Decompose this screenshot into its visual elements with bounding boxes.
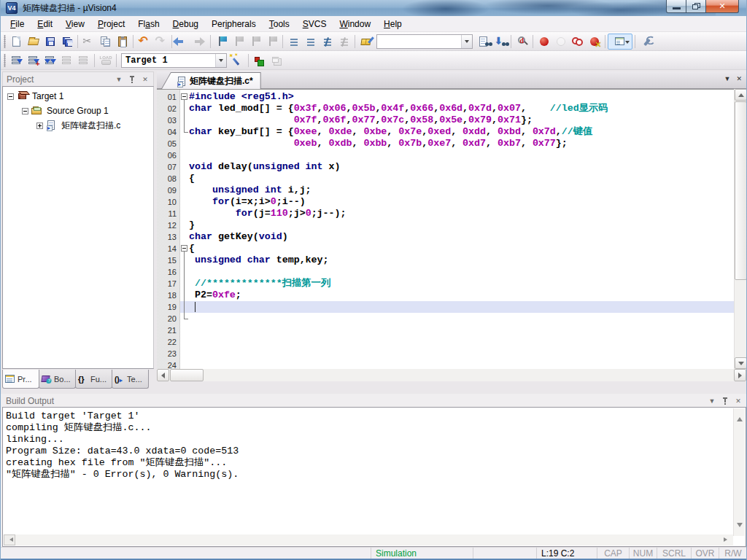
- configure-target-icon[interactable]: [638, 34, 654, 50]
- menu-project[interactable]: Project: [91, 16, 131, 31]
- pin-icon[interactable]: [720, 396, 730, 406]
- enable-breakpoint-icon[interactable]: [552, 34, 569, 50]
- chevron-down-icon[interactable]: [461, 35, 472, 48]
- clear-bookmarks-icon[interactable]: [263, 34, 280, 50]
- redo-icon[interactable]: ↷: [152, 34, 169, 50]
- batch-build-icon[interactable]: [58, 52, 75, 69]
- close-button[interactable]: ✕: [706, 0, 739, 13]
- menu-peripherals[interactable]: Peripherals: [205, 16, 263, 31]
- comment-icon[interactable]: [319, 34, 336, 50]
- project-windows-icon[interactable]: [268, 52, 285, 69]
- close-icon[interactable]: ✕: [733, 396, 743, 406]
- expand-icon[interactable]: [36, 122, 43, 129]
- close-icon[interactable]: ✕: [140, 74, 150, 85]
- code-line: [189, 301, 746, 313]
- menu-window[interactable]: Window: [333, 16, 377, 31]
- toggle-breakpoint-icon[interactable]: [535, 34, 552, 50]
- tab-list-chevron-icon[interactable]: ▼: [724, 75, 731, 82]
- horizontal-scroll-thumb[interactable]: [170, 369, 204, 381]
- paste-icon[interactable]: [114, 34, 131, 50]
- tree-item-target1[interactable]: Target 1: [3, 89, 153, 104]
- stop-build-icon[interactable]: [75, 52, 92, 69]
- save-all-icon[interactable]: [58, 34, 75, 50]
- insert-bookmark-icon[interactable]: [213, 34, 230, 50]
- close-tab-icon[interactable]: ✕: [736, 75, 742, 82]
- tab-templates[interactable]: ()▸Te...: [112, 370, 149, 389]
- prev-bookmark-icon[interactable]: [230, 34, 247, 50]
- search-combo[interactable]: [376, 34, 473, 49]
- title-bar[interactable]: V4 矩阵键盘扫描 - µVision4 ✕: [1, 0, 747, 16]
- tree-item-label: Source Group 1: [45, 106, 110, 116]
- line-number: 17: [157, 278, 179, 289]
- unindent-icon[interactable]: [285, 34, 302, 50]
- tab-label: Fu...: [90, 375, 107, 384]
- menu-view[interactable]: View: [59, 16, 91, 31]
- download-flash-icon[interactable]: LOAD: [97, 52, 114, 69]
- pin-icon[interactable]: [127, 74, 137, 85]
- new-file-icon[interactable]: [8, 34, 25, 50]
- app-icon[interactable]: V4: [6, 2, 18, 14]
- scroll-right-icon[interactable]: [724, 537, 729, 542]
- toolbar-build: +LOADTarget 1: [1, 51, 747, 70]
- build-output-horizontal-scrollbar[interactable]: [4, 534, 733, 545]
- scroll-right-icon[interactable]: [734, 369, 746, 381]
- code-line: char getKey(void): [189, 231, 746, 243]
- menu-debug[interactable]: Debug: [166, 16, 205, 31]
- debug-windows-icon[interactable]: [608, 34, 632, 50]
- collapse-icon[interactable]: [7, 93, 14, 100]
- cut-icon[interactable]: ✂: [80, 34, 97, 50]
- scroll-down-icon[interactable]: [737, 523, 743, 530]
- maximize-button[interactable]: [686, 0, 706, 13]
- minimize-button[interactable]: [666, 0, 686, 13]
- toolbar-separator: [210, 35, 211, 48]
- menu-file[interactable]: File: [4, 16, 31, 31]
- tree-item-source-file[interactable]: 矩阵键盘扫描.c: [3, 118, 153, 133]
- translate-file-icon[interactable]: [8, 52, 25, 69]
- undo-icon[interactable]: ↶: [136, 34, 152, 50]
- editor-horizontal-scrollbar[interactable]: [157, 369, 746, 381]
- kill-all-breakpoints-icon[interactable]: ✕: [586, 34, 603, 50]
- rebuild-all-icon[interactable]: [42, 52, 58, 69]
- fold-collapse-icon[interactable]: [181, 93, 187, 100]
- copy-icon[interactable]: [97, 34, 114, 50]
- configure-editor-icon[interactable]: [357, 34, 374, 50]
- menu-tools[interactable]: Tools: [263, 16, 296, 31]
- editor-tab[interactable]: 矩阵键盘扫描.c*: [161, 72, 261, 89]
- collapse-icon[interactable]: [22, 108, 28, 114]
- scroll-left-icon[interactable]: [7, 537, 13, 542]
- chevron-down-icon[interactable]: ▼: [707, 396, 717, 406]
- build-output-content[interactable]: Build target 'Target 1'compiling 矩阵键盘扫描.…: [2, 407, 746, 547]
- chevron-down-icon[interactable]: [215, 54, 226, 67]
- line-number: 16: [157, 266, 179, 278]
- navigate-forward-icon[interactable]: [191, 34, 208, 50]
- navigate-back-icon[interactable]: [174, 34, 191, 50]
- menu-edit[interactable]: Edit: [31, 16, 59, 31]
- build-output-vertical-scrollbar[interactable]: [733, 408, 745, 536]
- scroll-left-icon[interactable]: [157, 369, 169, 381]
- menu-help[interactable]: Help: [377, 16, 409, 31]
- disable-all-breakpoints-icon[interactable]: [569, 34, 586, 50]
- build-output-line: "矩阵键盘扫描" - 0 Error(s), 0 Warning(s).: [6, 469, 239, 481]
- build-target-icon[interactable]: +: [25, 52, 42, 69]
- tab-functions[interactable]: {}Fu...: [75, 370, 112, 389]
- options-for-target-icon[interactable]: [229, 52, 246, 69]
- uncomment-icon[interactable]: [336, 34, 352, 50]
- tree-item-source-group1[interactable]: Source Group 1: [3, 104, 153, 118]
- open-file-icon[interactable]: [25, 34, 42, 50]
- code-editor[interactable]: #include <reg51.h>char led_mod[] = {0x3f…: [180, 90, 746, 369]
- tab-books[interactable]: Bo...: [39, 370, 76, 389]
- scroll-up-icon[interactable]: [737, 414, 743, 421]
- source-browser-icon[interactable]: d: [514, 34, 530, 50]
- indent-icon[interactable]: [302, 34, 319, 50]
- incremental-find-icon[interactable]: ⬇: [492, 34, 508, 50]
- menu-svcs[interactable]: SVCS: [296, 16, 333, 31]
- chevron-down-icon[interactable]: ▼: [114, 74, 124, 85]
- manage-components-icon[interactable]: [251, 52, 268, 69]
- tab-project[interactable]: Pr...: [2, 370, 39, 389]
- menu-flash[interactable]: Flash: [131, 16, 166, 31]
- find-in-files-icon[interactable]: [475, 34, 492, 50]
- target-select-combo[interactable]: Target 1: [121, 53, 227, 68]
- fold-collapse-icon[interactable]: [181, 245, 187, 252]
- next-bookmark-icon[interactable]: [247, 34, 263, 50]
- save-icon[interactable]: [42, 34, 58, 50]
